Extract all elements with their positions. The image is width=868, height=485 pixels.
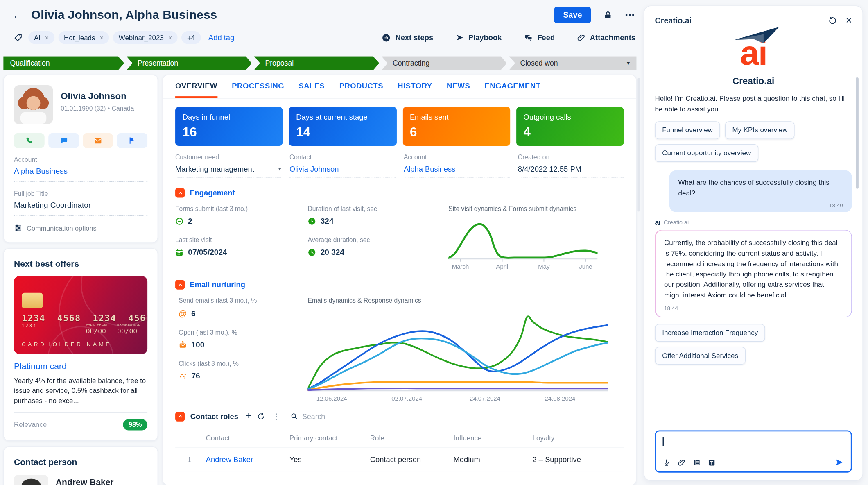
tag-chip[interactable]: Webinar_2023 ×: [113, 31, 178, 44]
reset-chat-icon[interactable]: [828, 16, 837, 25]
tab-overview[interactable]: OVERVIEW: [175, 75, 217, 98]
search-input[interactable]: [302, 412, 363, 420]
phone-icon: [25, 136, 33, 145]
email-nurturing-section: Email nurturing Send emails (last 3 mo.)…: [163, 271, 636, 403]
assistant-name: Creatio.ai: [655, 75, 852, 86]
cardholder-name: CARDHOLDER NAME: [22, 341, 112, 347]
col-influence: Influence: [454, 434, 533, 442]
kebab-menu-icon[interactable]: ⋮: [271, 412, 282, 421]
page-title: Olivia Johnson, Alpha Business: [31, 8, 217, 22]
remove-tag-icon[interactable]: ×: [168, 34, 172, 41]
svg-text:June: June: [579, 263, 592, 270]
text-caret: [663, 437, 664, 446]
tab-sales[interactable]: SALES: [298, 75, 325, 98]
metric-emails-sent: Emails sent 6: [402, 107, 510, 146]
profile-card: Olivia Johnson 01.01.1990 (32) • Canada: [3, 75, 158, 242]
stat-open-rate: Open (last 3 mo.), % 100: [179, 329, 307, 349]
contact-person-card: Contact person Andrew Baker 1/20/1986 · …: [3, 446, 158, 485]
account-link[interactable]: Alpha Business: [14, 166, 147, 182]
text-format-icon[interactable]: [708, 458, 716, 466]
metric-outgoing-calls: Outgoing calls 4: [516, 107, 624, 146]
flag-button[interactable]: [117, 133, 147, 148]
stage-proposal[interactable]: Proposal: [254, 56, 379, 70]
collapse-icon[interactable]: [175, 188, 185, 197]
tag-chip[interactable]: AI ×: [28, 31, 54, 44]
created-on-value: 8/4/2022 12:55 PM: [518, 165, 624, 178]
add-tag-link[interactable]: Add tag: [208, 34, 234, 42]
stage-contracting[interactable]: Contracting: [382, 56, 507, 70]
creatio-ai-panel: Creatio.ai × ai Creatio.ai Hello! I'm Cr…: [644, 6, 863, 481]
chat-scrollbar[interactable]: [856, 77, 859, 189]
call-button[interactable]: [14, 133, 44, 148]
more-menu-button[interactable]: ⋯: [625, 9, 635, 21]
at-icon: @: [179, 308, 187, 318]
lock-icon[interactable]: [603, 10, 613, 20]
customer-need-dropdown[interactable]: Marketing management ▾: [175, 165, 281, 178]
left-sidebar: Olivia Johnson 01.01.1990 (32) • Canada: [3, 75, 158, 485]
job-title-label: Full job Title: [14, 190, 147, 197]
refresh-icon[interactable]: [257, 412, 265, 420]
tag-icon[interactable]: [14, 33, 23, 42]
tab-engagement[interactable]: ENGAGEMENT: [485, 75, 541, 98]
attachments-button[interactable]: Attachments: [577, 34, 635, 42]
chat-input[interactable]: [655, 430, 852, 472]
remove-tag-icon[interactable]: ×: [45, 34, 49, 41]
chat-button[interactable]: [48, 133, 79, 148]
feed-button[interactable]: Feed: [524, 33, 555, 42]
account-link[interactable]: Alpha Business: [404, 165, 510, 178]
tab-news[interactable]: NEWS: [447, 75, 470, 98]
save-button[interactable]: Save: [554, 7, 591, 23]
chevron-down-icon[interactable]: ▾: [627, 59, 630, 67]
dictate-icon[interactable]: [663, 458, 671, 466]
tab-processing[interactable]: PROCESSING: [232, 75, 284, 98]
open-mail-icon: [179, 340, 187, 349]
back-button[interactable]: ←: [12, 9, 23, 21]
contact-roles-table: Contact Primary contact Role Influence L…: [163, 422, 636, 471]
action-increase-interaction[interactable]: Increase Interaction Frequency: [655, 324, 766, 342]
collapse-icon[interactable]: [175, 412, 185, 421]
insert-record-icon[interactable]: [693, 458, 701, 466]
credit-card-image: 1234 4568 1234 4568 1234 VALID FROM00/00…: [14, 276, 147, 354]
contact-person-name: Andrew Baker: [56, 477, 114, 485]
main-scrollbar[interactable]: [637, 78, 640, 211]
row-contact-link[interactable]: Andrew Baker: [206, 456, 289, 464]
suggestion-funnel-overview[interactable]: Funnel overview: [655, 122, 720, 139]
engagement-section: Engagement Forms submit (last 3 mo.) 2: [163, 179, 636, 271]
next-steps-button[interactable]: Next steps: [382, 33, 433, 42]
add-record-button[interactable]: +: [246, 411, 252, 422]
field-row: Customer need Marketing management ▾ Con…: [163, 146, 636, 179]
stage-qualification[interactable]: Qualification: [3, 56, 124, 70]
communication-options[interactable]: Communication options: [14, 224, 147, 232]
close-icon[interactable]: ×: [845, 15, 852, 26]
tab-history[interactable]: HISTORY: [398, 75, 432, 98]
offer-link[interactable]: Platinum card: [14, 361, 147, 371]
suggestion-opportunity-overview[interactable]: Current opportunity overview: [655, 144, 758, 162]
send-icon[interactable]: [834, 458, 844, 467]
ai-message: Currently, the probability of successful…: [655, 230, 852, 317]
action-offer-services[interactable]: Offer Additional Services: [655, 347, 746, 365]
metric-days-at-stage: Days at current stage 14: [289, 107, 397, 146]
tag-chip[interactable]: Hot_leads ×: [58, 31, 109, 44]
arrow-circle-icon: [382, 33, 391, 42]
svg-text:March: March: [452, 263, 469, 270]
field-contact: Contact Olivia Johnson: [289, 154, 396, 178]
site-visit-chart: Site visit dynamics & Forms submit dynam…: [448, 205, 624, 271]
clicks-dots-icon: [179, 372, 187, 380]
suggestion-kpis-overview[interactable]: My KPIs overview: [725, 122, 795, 139]
contact-link[interactable]: Olivia Johnson: [289, 165, 396, 178]
collapse-icon[interactable]: [175, 280, 185, 290]
col-loyalty: Loyalty: [533, 434, 624, 442]
email-button[interactable]: [83, 133, 113, 148]
table-row[interactable]: 1 Andrew Baker Yes Contact person Medium…: [175, 448, 624, 471]
clock-icon: [308, 217, 316, 225]
search-box[interactable]: [291, 412, 364, 420]
stage-closed-won[interactable]: Closed won ▾: [509, 56, 636, 70]
svg-text:May: May: [538, 263, 550, 270]
stage-presentation[interactable]: Presentation: [127, 56, 252, 70]
remove-tag-icon[interactable]: ×: [99, 34, 104, 41]
col-role: Role: [370, 434, 454, 442]
more-tags-chip[interactable]: +4: [181, 31, 201, 44]
playbook-button[interactable]: Playbook: [456, 34, 502, 42]
attach-file-icon[interactable]: [678, 458, 685, 466]
tab-products[interactable]: PRODUCTS: [339, 75, 383, 98]
